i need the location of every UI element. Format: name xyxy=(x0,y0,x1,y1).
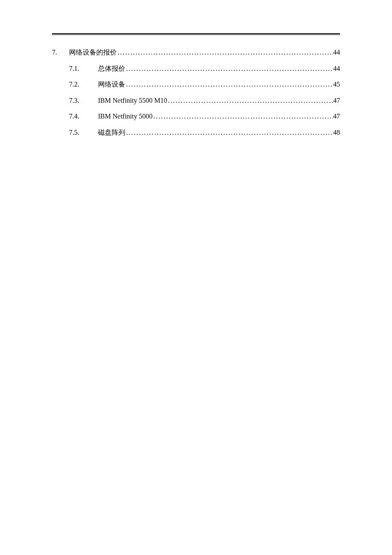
toc-title: 网络设备的报价 xyxy=(69,47,117,58)
toc-title: IBM Netfinity 5500 M10 xyxy=(98,95,167,106)
toc-page: 45 xyxy=(333,79,340,90)
toc-number: 7.3. xyxy=(69,95,98,106)
toc-page: 47 xyxy=(333,95,340,106)
toc-number: 7. xyxy=(52,47,69,58)
toc-title: 磁盘阵列 xyxy=(98,127,125,138)
toc-entry: 7.3. IBM Netfinity 5500 M10 47 xyxy=(52,95,340,106)
toc-entry: 7.1. 总体报价 44 xyxy=(52,63,340,74)
toc-leader xyxy=(125,79,333,90)
toc-title: 网络设备 xyxy=(98,79,125,90)
toc-page: 47 xyxy=(333,111,340,122)
toc-number: 7.5. xyxy=(69,127,98,138)
toc-leader xyxy=(125,127,333,138)
toc-number: 7.4. xyxy=(69,111,98,122)
toc-entry: 7.4. IBM Netfinity 5000 47 xyxy=(52,111,340,122)
toc-leader xyxy=(167,95,333,106)
toc-number: 7.1. xyxy=(69,63,98,74)
toc-title: IBM Netfinity 5000 xyxy=(98,111,153,122)
toc-title: 总体报价 xyxy=(98,63,125,74)
document-page: 7. 网络设备的报价 44 7.1. 总体报价 44 7.2. 网络设备 45 … xyxy=(0,0,392,138)
toc-number: 7.2. xyxy=(69,79,98,90)
toc-page: 44 xyxy=(333,63,340,74)
toc-entry: 7.2. 网络设备 45 xyxy=(52,79,340,90)
toc-entry: 7. 网络设备的报价 44 xyxy=(52,47,340,58)
toc-entry: 7.5. 磁盘阵列 48 xyxy=(52,127,340,138)
toc-leader xyxy=(153,111,333,122)
toc-page: 48 xyxy=(333,127,340,138)
header-rule xyxy=(52,33,340,35)
toc-page: 44 xyxy=(333,47,340,58)
toc-leader xyxy=(117,47,333,58)
toc-leader xyxy=(125,63,333,74)
